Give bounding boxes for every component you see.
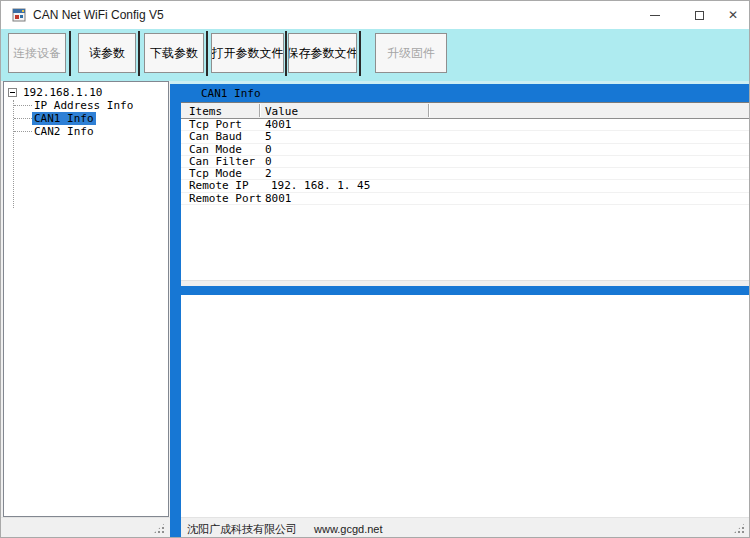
open-params-file-button[interactable]: 打开参数文件 [211,33,284,73]
close-button[interactable]: ✕ [715,1,750,29]
tree-item-label-selected[interactable]: CAN1 Info [32,112,96,125]
close-icon: ✕ [728,9,738,21]
tree-branch-line [14,118,32,119]
table-row[interactable]: Can Baud 5 [181,131,750,143]
column-header-value[interactable]: Value [265,105,298,118]
tree-item-label[interactable]: IP Address Info [32,99,135,112]
cell-item: Remote Port [189,193,262,205]
maximize-button[interactable] [678,1,720,29]
tree-branch-line [14,105,32,106]
upgrade-firmware-button[interactable]: 升级固件 [375,33,447,73]
toolbar-separator [206,31,208,76]
toolbar-separator [138,31,140,76]
tree-item-ip-address-info[interactable]: IP Address Info [4,99,135,112]
device-tree-panel: 192.168.1.10 IP Address Info CAN1 Info C… [3,81,169,517]
column-divider[interactable] [428,104,429,117]
cell-item: Can Baud [189,131,242,143]
bottom-panel [181,295,750,517]
vertical-splitter[interactable] [170,84,181,538]
grid-column-header: Items Value [181,103,750,119]
table-row[interactable]: Remote IP 192. 168. 1. 45 [181,180,750,192]
read-params-button[interactable]: 读参数 [78,33,136,73]
minimize-button[interactable] [634,1,676,29]
tree-branch-line [14,131,32,132]
column-divider[interactable] [259,104,260,117]
params-grid: Tcp Port 4001 Can Baud 5 Can Mode 0 Can … [181,119,750,280]
column-header-items[interactable]: Items [189,105,222,118]
tree-collapse-icon[interactable] [8,88,17,97]
can1-info-header: CAN1 Info [181,84,750,103]
app-window: CAN Net WiFi Config V5 ✕ 连接设备 读参数 下载参数 打… [0,0,750,538]
toolbar-separator [359,31,361,76]
status-bar: 沈阳广成科技有限公司 www.gcgd.net [1,517,750,538]
company-name: 沈阳广成科技有限公司 [187,523,297,535]
toolbar-separator [69,31,71,76]
tree-item-can2-info[interactable]: CAN2 Info [4,125,96,138]
cell-item: Remote IP [189,180,249,192]
can1-info-header-label: CAN1 Info [201,87,261,100]
tree-root-node[interactable]: 192.168.1.10 [8,86,104,99]
cell-value: 5 [265,131,272,143]
connect-device-button[interactable]: 连接设备 [8,33,66,73]
download-params-button[interactable]: 下载参数 [144,33,204,73]
table-row[interactable]: Remote Port 8001 [181,193,750,205]
toolbar-separator [285,31,287,76]
maximize-icon [695,11,704,20]
tree-item-label[interactable]: CAN2 Info [32,125,96,138]
save-params-file-button[interactable]: 保存参数文件 [288,33,357,73]
table-row[interactable]: Tcp Mode 2 [181,168,750,180]
cell-value: 192. 168. 1. 45 [271,180,370,192]
minimize-icon [650,15,660,16]
tree-root-label[interactable]: 192.168.1.10 [21,86,104,99]
title-bar: CAN Net WiFi Config V5 ✕ [1,1,749,29]
tree-item-can1-info[interactable]: CAN1 Info [4,112,96,125]
window-title: CAN Net WiFi Config V5 [33,8,164,22]
website-url: www.gcgd.net [314,523,382,535]
app-icon [12,8,26,22]
horizontal-splitter[interactable] [181,286,750,295]
toolbar: 连接设备 读参数 下载参数 打开参数文件 保存参数文件 升级固件 GCAN-21… [1,29,749,81]
status-text: 沈阳广成科技有限公司 www.gcgd.net [187,522,383,537]
cell-value: 8001 [265,193,292,205]
